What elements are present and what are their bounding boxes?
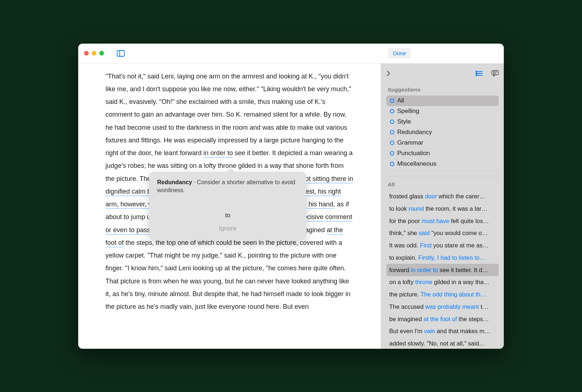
suggestions-sidebar: Suggestions AllSpellingStyleRedundancyGr… (381, 64, 504, 349)
suggestion-item[interactable]: think," she said "you would come o… (386, 227, 499, 239)
suggestion-item[interactable]: forward in order to see it better. It d… (386, 264, 499, 276)
suggestion-pre: to look (389, 205, 408, 212)
body-text[interactable]: "That's not it," said Leni, laying one a… (105, 73, 351, 157)
section-divider (386, 176, 499, 176)
filter-item-grammar[interactable]: Grammar (386, 138, 499, 148)
suggestion-post: gilded in a way tha… (432, 279, 490, 285)
suggestion-post: and that makes m… (435, 328, 490, 334)
suggestion-post: the room, it was a lar… (424, 205, 487, 212)
suggestion-keyword: The odd thing about th… (420, 291, 487, 298)
suggestion-keyword: First (420, 242, 431, 248)
popover-actions: to Ignore (157, 209, 298, 235)
suggestion-keyword: in order to (411, 267, 438, 273)
popover-primary-action[interactable]: to (157, 209, 298, 222)
body-area: "That's not it," said Leni, laying one a… (78, 64, 504, 349)
radio-icon (390, 130, 394, 134)
suggestion-pre: frosted glass (389, 193, 425, 199)
suggestion-item[interactable]: the picture. The odd thing about th… (386, 288, 499, 301)
suggestion-keyword: was probably meant (425, 303, 479, 310)
radio-icon (390, 162, 394, 166)
filter-item-spelling[interactable]: Spelling (386, 106, 499, 117)
close-window-button[interactable] (84, 51, 89, 56)
body-text[interactable]: the steps, the top one of which could be… (105, 239, 350, 310)
popover-secondary-action[interactable]: Ignore (157, 222, 298, 235)
filter-item-all[interactable]: All (386, 96, 499, 106)
suggestion-pre: But even I'm (389, 328, 424, 334)
suggestion-pre: The accused (389, 303, 425, 310)
filter-item-style[interactable]: Style (386, 117, 499, 127)
suggestion-pre: on a lofty (389, 279, 415, 285)
suggestion-item[interactable]: added slowly. "No, not at all," said… (386, 338, 499, 349)
all-section-title: All (386, 181, 499, 187)
highlighted-text[interactable]: in order to (203, 149, 233, 158)
filter-label: Style (397, 118, 411, 125)
suggestion-post: felt quite los… (449, 218, 489, 224)
comment-icon[interactable] (491, 70, 499, 77)
suggestion-post: see it better. It d… (438, 267, 489, 273)
suggestion-pre: It was odd. (389, 242, 420, 248)
radio-icon (390, 151, 394, 155)
popover-category: Redundancy (157, 179, 192, 185)
suggestion-item[interactable]: to look round the room, it was a lar… (386, 202, 499, 215)
suggestion-keyword: must have (422, 218, 449, 224)
chevron-right-icon[interactable] (386, 70, 391, 77)
filter-item-punctuation[interactable]: Punctuation (386, 148, 499, 159)
filter-item-redundancy[interactable]: Redundancy (386, 127, 499, 138)
popover-message: Redundancy · Consider a shorter alternat… (157, 178, 298, 195)
suggestion-keyword: vain (424, 328, 435, 334)
svg-point-6 (476, 75, 477, 76)
app-window: Done "That's not it," said Leni, laying … (78, 44, 504, 349)
suggestion-pre: the picture. (389, 291, 420, 298)
suggestion-pre: to explain. (389, 254, 418, 261)
svg-point-4 (476, 73, 477, 74)
suggestion-item[interactable]: It was odd. First you stare at me as… (386, 239, 499, 252)
suggestion-item[interactable]: frosted glass door which the carer… (386, 190, 499, 203)
filter-list: AllSpellingStyleRedundancyGrammarPunctua… (386, 96, 499, 169)
suggestion-list: frosted glass door which the carer…to lo… (386, 190, 499, 349)
suggestion-pre: for the poor (389, 218, 422, 224)
suggestion-item[interactable]: But even I'm vain and that makes m… (386, 325, 499, 338)
maximize-window-button[interactable] (99, 51, 104, 56)
suggestion-pre: added slowly. "No, not at all," said… (389, 340, 485, 347)
suggestion-item[interactable]: for the poor must have felt quite los… (386, 215, 499, 227)
suggestion-keyword: at the foot of (423, 316, 457, 322)
traffic-lights (84, 51, 104, 56)
radio-icon (390, 120, 394, 124)
suggestions-section-title: Suggestions (386, 86, 499, 93)
suggestion-post: which the carer… (437, 193, 485, 199)
minimize-window-button[interactable] (92, 51, 96, 56)
svg-rect-8 (492, 70, 498, 75)
filter-label: Redundancy (397, 129, 432, 136)
suggestion-item[interactable]: on a lofty throne gilded in a way tha… (386, 276, 499, 288)
titlebar: Done (78, 44, 504, 64)
radio-icon (390, 98, 394, 103)
radio-icon (390, 141, 394, 145)
suggestion-keyword: said (419, 230, 430, 236)
suggestion-pre: be imagined (389, 316, 423, 322)
suggestion-post: "you would come o… (430, 230, 488, 236)
suggestion-post: the steps… (457, 316, 489, 322)
filter-label: Spelling (397, 108, 419, 115)
suggestion-item[interactable]: The accused was probably meant t… (386, 300, 499, 313)
suggestion-keyword: Firstly, I had to listen to… (418, 254, 486, 261)
sidebar-toggle-icon[interactable] (117, 50, 125, 57)
svg-rect-0 (117, 50, 124, 56)
svg-point-2 (476, 71, 477, 72)
suggestion-pre: forward (389, 267, 411, 273)
suggestion-post: you stare at me as… (431, 242, 489, 248)
suggestion-keyword: throne (415, 279, 432, 285)
sidebar-scroll[interactable]: Suggestions AllSpellingStyleRedundancyGr… (381, 84, 504, 349)
list-view-icon[interactable] (475, 70, 483, 77)
filter-item-miscellaneous[interactable]: Miscellaneous (386, 159, 499, 169)
filter-label: Miscellaneous (397, 160, 436, 167)
suggestion-pre: think," she (389, 230, 419, 236)
suggestion-keyword: round (408, 205, 424, 212)
suggestion-keyword: door (425, 193, 437, 199)
radio-icon (390, 109, 394, 113)
filter-label: All (397, 97, 404, 104)
suggestion-item[interactable]: to explain. Firstly, I had to listen to… (386, 251, 499, 264)
suggestion-item[interactable]: be imagined at the foot of the steps… (386, 313, 499, 325)
filter-label: Grammar (397, 139, 423, 146)
done-button[interactable]: Done (388, 48, 411, 58)
editor-pane[interactable]: "That's not it," said Leni, laying one a… (78, 64, 381, 349)
